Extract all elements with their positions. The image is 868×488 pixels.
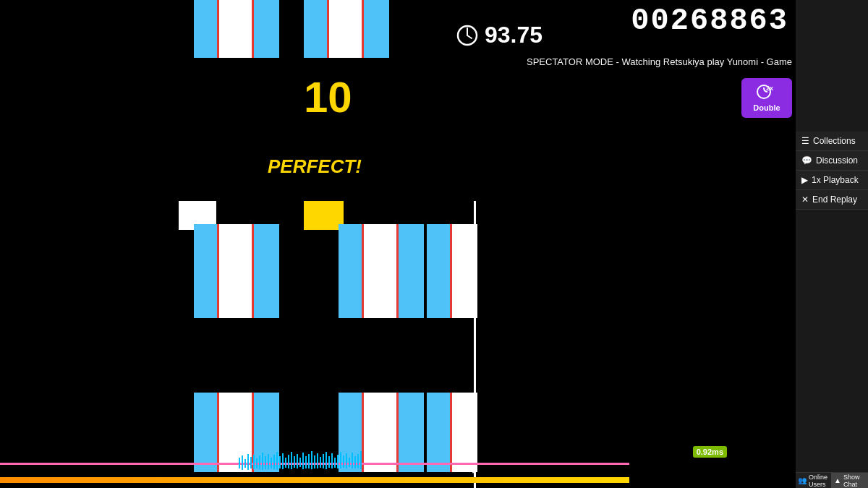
- svg-rect-90: [0, 477, 629, 483]
- svg-rect-39: [396, 393, 399, 472]
- svg-rect-33: [219, 393, 252, 472]
- svg-rect-79: [337, 455, 339, 468]
- svg-rect-74: [323, 454, 324, 468]
- svg-rect-8: [252, 0, 254, 58]
- svg-rect-80: [340, 452, 341, 468]
- latency-badge: 0.92ms: [693, 446, 727, 458]
- svg-rect-60: [282, 453, 284, 469]
- svg-rect-72: [317, 453, 318, 468]
- svg-rect-36: [339, 393, 364, 472]
- playback-label: 1x Playback: [812, 175, 859, 185]
- svg-rect-18: [217, 224, 219, 318]
- svg-rect-5: [194, 0, 219, 58]
- svg-rect-67: [302, 453, 304, 469]
- svg-rect-75: [326, 452, 327, 469]
- svg-rect-29: [452, 224, 477, 318]
- svg-rect-46: [242, 455, 243, 470]
- svg-rect-14: [364, 0, 389, 58]
- svg-rect-71: [314, 455, 315, 468]
- svg-rect-48: [247, 454, 249, 470]
- svg-rect-13: [362, 0, 364, 58]
- svg-rect-27: [427, 224, 452, 318]
- svg-rect-51: [256, 458, 258, 468]
- svg-rect-35: [254, 393, 279, 472]
- svg-rect-55: [268, 454, 269, 469]
- svg-rect-12: [329, 0, 362, 58]
- svg-rect-65: [297, 454, 298, 468]
- online-users-icon: 👥: [798, 476, 807, 484]
- svg-rect-58: [276, 452, 278, 470]
- svg-rect-24: [364, 224, 396, 318]
- svg-rect-31: [194, 393, 219, 472]
- online-users-label: Online Users: [809, 474, 829, 488]
- svg-rect-11: [327, 0, 329, 58]
- svg-rect-43: [452, 393, 477, 472]
- svg-rect-26: [399, 224, 424, 318]
- svg-rect-6: [217, 0, 219, 58]
- svg-rect-66: [299, 458, 301, 467]
- svg-rect-52: [259, 455, 260, 469]
- end-replay-label: End Replay: [812, 194, 857, 205]
- svg-rect-69: [308, 454, 310, 468]
- svg-rect-59: [279, 456, 281, 468]
- playback-button[interactable]: ▶ 1x Playback: [796, 171, 868, 190]
- svg-rect-25: [396, 224, 399, 318]
- svg-rect-63: [291, 452, 292, 469]
- svg-rect-21: [254, 224, 279, 318]
- show-chat-icon: ▲: [834, 476, 841, 484]
- svg-rect-83: [349, 458, 350, 467]
- end-replay-icon: ✕: [801, 194, 809, 205]
- end-replay-button[interactable]: ✕ End Replay: [796, 190, 868, 210]
- svg-rect-10: [304, 0, 329, 58]
- svg-rect-47: [244, 459, 246, 468]
- svg-rect-42: [450, 393, 452, 472]
- svg-rect-78: [334, 458, 336, 468]
- svg-rect-81: [343, 455, 344, 468]
- svg-rect-37: [362, 393, 364, 472]
- svg-rect-40: [399, 393, 424, 472]
- bottom-sidebar: 👥 Online Users ▲ Show Chat: [796, 472, 868, 488]
- discussion-icon: 💬: [801, 155, 812, 166]
- show-chat-label: Show Chat: [843, 474, 865, 488]
- collections-label: Collections: [813, 136, 856, 146]
- discussion-label: Discussion: [816, 155, 858, 166]
- svg-rect-86: [357, 454, 359, 468]
- notes-canvas: [0, 0, 796, 488]
- svg-rect-77: [331, 453, 333, 468]
- svg-rect-32: [217, 393, 219, 472]
- svg-rect-41: [427, 393, 452, 472]
- svg-rect-17: [194, 224, 219, 318]
- svg-rect-7: [219, 0, 252, 58]
- game-area: 00268863 93.75 SPECTATOR MODE - Watching…: [0, 0, 796, 488]
- playback-icon: ▶: [801, 175, 808, 185]
- svg-rect-56: [271, 458, 272, 468]
- discussion-button[interactable]: 💬 Discussion: [796, 151, 868, 171]
- svg-rect-53: [262, 453, 263, 470]
- svg-rect-22: [339, 224, 364, 318]
- right-sidebar: ☰ Collections 💬 Discussion ▶ 1x Playback…: [796, 0, 868, 488]
- svg-rect-19: [219, 224, 252, 318]
- collections-button[interactable]: ☰ Collections: [796, 132, 868, 151]
- svg-rect-16: [304, 201, 344, 230]
- svg-rect-9: [254, 0, 279, 58]
- svg-rect-49: [250, 457, 252, 468]
- svg-rect-20: [252, 224, 254, 318]
- svg-rect-62: [288, 455, 289, 468]
- svg-rect-23: [362, 224, 364, 318]
- svg-rect-54: [265, 456, 266, 469]
- svg-rect-82: [346, 453, 347, 468]
- svg-rect-45: [239, 458, 240, 468]
- online-users-button[interactable]: 👥 Online Users: [796, 473, 831, 488]
- svg-rect-28: [450, 224, 452, 318]
- svg-rect-85: [354, 456, 356, 468]
- svg-rect-73: [320, 457, 321, 468]
- svg-rect-50: [253, 455, 255, 469]
- show-chat-button[interactable]: ▲ Show Chat: [831, 473, 868, 488]
- svg-rect-57: [273, 455, 275, 469]
- svg-rect-76: [328, 456, 330, 468]
- svg-rect-87: [360, 451, 362, 469]
- svg-rect-38: [364, 393, 396, 472]
- svg-rect-84: [352, 453, 353, 468]
- svg-rect-61: [285, 458, 286, 468]
- svg-rect-64: [294, 456, 295, 468]
